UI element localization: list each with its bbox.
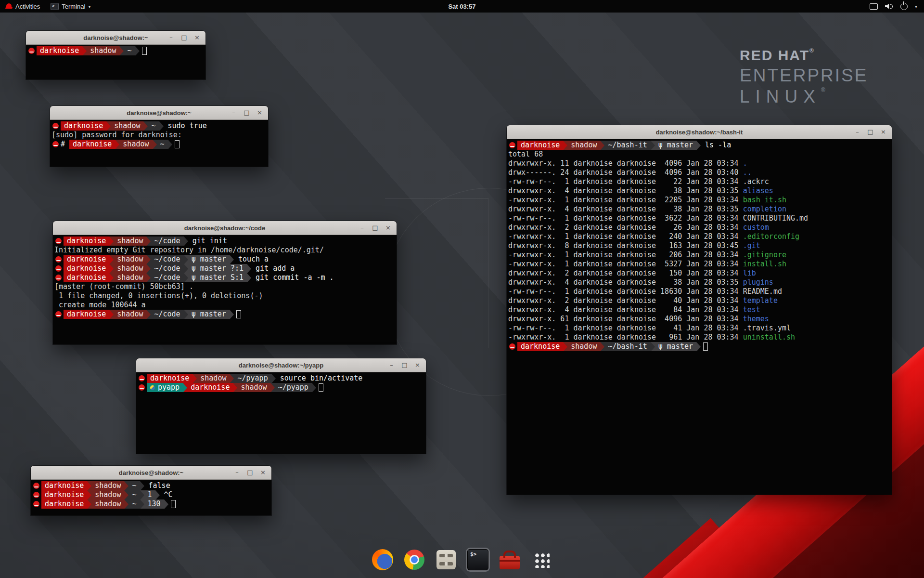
chevron-down-icon: ▾	[88, 4, 90, 9]
terminal-body[interactable]: darknoiseshadow~/pyapp source bin/activa…	[136, 372, 426, 394]
close-button[interactable]: ×	[414, 359, 421, 371]
firefox-icon[interactable]	[371, 548, 394, 571]
prompt-segment-path: ~/code	[151, 264, 183, 273]
close-button[interactable]: ×	[385, 222, 392, 234]
prompt-segment-exit: 1	[144, 490, 155, 499]
prompt-segment-path: ~	[157, 140, 168, 149]
prompt-segment-user: darknoise	[187, 383, 233, 392]
ls-columns: -rwxrwxr-x. 1 darknoise darknoise 240 Ja…	[508, 232, 743, 241]
command-text: sudo true	[164, 121, 207, 131]
terminal-body[interactable]: darknoiseshadow~/bash-itψ master ls -lat…	[507, 139, 892, 353]
ls-columns: -rw-rw-r--. 1 darknoise darknoise 41 Jan…	[508, 324, 743, 333]
terminal-window-6: darknoise@shadow:~/bash-it – □ × darknoi…	[507, 125, 892, 495]
maximize-button[interactable]: □	[180, 31, 188, 44]
prompt-segment-host: shadow	[91, 490, 124, 499]
close-button[interactable]: ×	[259, 466, 267, 479]
titlebar[interactable]: darknoise@shadow:~/pyapp – □ ×	[136, 358, 426, 372]
powerline-arrow	[106, 121, 111, 131]
prompt-segment-user: darknoise	[41, 499, 87, 509]
redhat-prompt-icon	[55, 265, 62, 272]
powerline-arrow	[563, 141, 567, 150]
app-grid-icon[interactable]	[530, 548, 553, 571]
redhat-prompt-icon	[55, 275, 62, 281]
terminal-line: drwxrwxr-x. 11 darknoise darknoise 4096 …	[508, 159, 891, 168]
terminal-line: total 68	[508, 150, 891, 159]
redhat-prompt-icon	[139, 375, 145, 381]
python-venv-icon	[150, 385, 155, 390]
powerline-arrow	[312, 383, 316, 392]
titlebar[interactable]: darknoise@shadow:~/code – □ ×	[53, 221, 397, 235]
chrome-icon[interactable]	[403, 548, 426, 571]
activities-button[interactable]: Activities	[0, 0, 45, 13]
dock: $>	[365, 545, 559, 574]
titlebar[interactable]: darknoise@shadow:~ – □ ×	[26, 31, 205, 45]
powerline-arrow	[146, 264, 151, 273]
app-menu-terminal[interactable]: Terminal ▾	[45, 0, 96, 13]
ls-columns: -rw-rw-r--. 1 darknoise darknoise 3622 J…	[508, 214, 743, 223]
prompt-segment-host: shadow	[111, 121, 143, 131]
prompt-segment-user: darknoise	[147, 374, 192, 383]
powerline-arrow	[109, 255, 114, 264]
prompt-segment-host: shadow	[87, 46, 119, 55]
chevron-down-icon[interactable]: ▾	[915, 4, 917, 9]
ls-filename: CONTRIBUTING.md	[743, 214, 808, 223]
minimize-button[interactable]: –	[359, 222, 366, 234]
powerline-arrow	[124, 481, 128, 490]
minimize-button[interactable]: –	[388, 359, 395, 371]
powerline-arrow	[563, 342, 567, 351]
file-cabinet-logo	[436, 550, 456, 569]
prompt-segment-user: darknoise	[64, 273, 109, 282]
clock[interactable]: Sat 03:57	[448, 3, 475, 10]
maximize-button[interactable]: □	[401, 359, 408, 371]
brand-redhat: RED HAT®	[740, 47, 868, 64]
powerline-arrow	[146, 236, 151, 246]
terminal-body[interactable]: darknoiseshadow~/code git initInitialize…	[53, 235, 397, 320]
powerline-arrow	[124, 490, 128, 499]
titlebar[interactable]: darknoise@shadow:~/bash-it – □ ×	[507, 125, 892, 139]
prompt-segment-path: ~	[124, 46, 135, 55]
volume-icon[interactable]	[885, 3, 893, 10]
ls-filename: completion	[743, 205, 786, 214]
chrome-logo	[404, 550, 424, 570]
minimize-button[interactable]: –	[230, 106, 237, 119]
maximize-button[interactable]: □	[246, 466, 254, 479]
powerline-arrow	[651, 141, 655, 150]
output-text: total 68	[508, 150, 543, 159]
terminal-line: create mode 100644 a	[54, 301, 396, 310]
ls-columns: drwxrwxr-x. 4 darknoise darknoise 38 Jan…	[508, 186, 743, 196]
minimize-button[interactable]: –	[167, 31, 175, 44]
display-icon[interactable]	[870, 3, 878, 10]
redhat-prompt-icon	[509, 142, 515, 148]
terminal-line: -rw-rw-r--. 1 darknoise darknoise 41 Jan…	[508, 324, 891, 333]
close-button[interactable]: ×	[256, 106, 263, 119]
status-area: ▾	[870, 0, 924, 13]
ls-filename: plugins	[743, 278, 773, 287]
terminal-line: darknoiseshadow~ sudo true	[51, 121, 267, 131]
close-button[interactable]: ×	[193, 31, 201, 44]
power-icon[interactable]	[900, 3, 908, 10]
titlebar[interactable]: darknoise@shadow:~ – □ ×	[50, 106, 268, 120]
terminal-window-2: darknoise@shadow:~ – □ × darknoiseshadow…	[50, 106, 268, 167]
titlebar[interactable]: darknoise@shadow:~ – □ ×	[31, 466, 271, 480]
redhat-prompt-icon	[52, 123, 59, 129]
prompt-segment-git: ψ master	[655, 141, 696, 150]
terminal-icon[interactable]: $>	[466, 548, 489, 571]
output-text: 1 file changed, 0 insertions(+), 0 delet…	[54, 291, 263, 301]
ls-columns: -rw-rw-r--. 1 darknoise darknoise 18630 …	[508, 287, 743, 296]
terminal-body[interactable]: darknoiseshadow~	[26, 45, 205, 57]
terminal-body[interactable]: darknoiseshadow~ falsedarknoiseshadow~1 …	[31, 480, 271, 510]
ls-columns: drwxrwxr-x. 8 darknoise darknoise 163 Ja…	[508, 241, 743, 250]
toolbox-icon[interactable]	[498, 548, 521, 571]
maximize-button[interactable]: □	[372, 222, 379, 234]
prompt-segment-path: ~	[148, 121, 159, 131]
maximize-button[interactable]: □	[243, 106, 250, 119]
minimize-button[interactable]: –	[233, 466, 241, 479]
close-button[interactable]: ×	[880, 126, 887, 138]
ls-filename: .editorconfig	[743, 232, 799, 241]
files-icon[interactable]	[435, 548, 458, 571]
maximize-button[interactable]: □	[867, 126, 874, 138]
terminal-body[interactable]: darknoiseshadow~ sudo true[sudo] passwor…	[50, 120, 268, 150]
minimize-button[interactable]: –	[854, 126, 861, 138]
powerline-arrow	[140, 499, 144, 509]
prompt-segment-host: shadow	[114, 236, 146, 246]
